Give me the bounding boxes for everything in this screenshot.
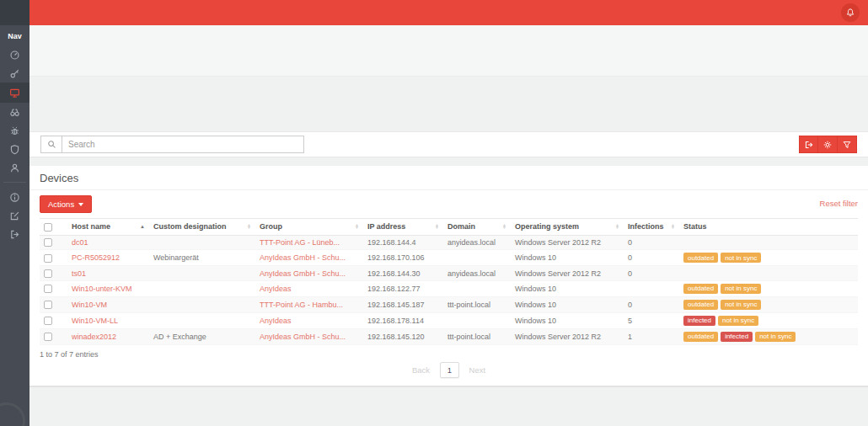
status-cell: outdatednot in sync	[679, 296, 858, 312]
group-link[interactable]: AnyIdeas	[260, 317, 292, 325]
group-link[interactable]: AnyIdeas GmbH - Schu...	[260, 269, 346, 278]
search-toolbar	[29, 131, 868, 157]
status-badge: not in sync	[721, 253, 761, 263]
pagination-next-button[interactable]: Next	[469, 365, 486, 375]
operating-system-cell: Windows 10	[511, 280, 624, 296]
sort-icon: ▲▼	[671, 224, 675, 230]
sidebar-item-dashboard[interactable]	[0, 45, 29, 64]
infections-cell: 5	[624, 312, 679, 328]
infections-cell: 0	[624, 266, 679, 281]
operating-system-cell: Windows 10	[511, 296, 624, 312]
status-badge: infected	[721, 332, 753, 342]
ip-address-cell: 192.168.122.77	[363, 280, 443, 296]
status-badge: outdated	[683, 332, 718, 342]
table-row: Win10-VMTTT-Point AG - Hambu...192.168.1…	[40, 296, 858, 312]
row-checkbox[interactable]	[44, 285, 52, 293]
operating-system-cell: Windows 10	[511, 312, 624, 328]
column-header-infections[interactable]: Infections▲▼	[624, 219, 679, 236]
export-button[interactable]	[799, 136, 818, 153]
sidebar-item-info[interactable]	[0, 188, 29, 206]
infections-cell: 0	[624, 296, 679, 312]
sidebar-item-users[interactable]	[0, 158, 29, 177]
table-row: dc01TTT-Point AG - Lüneb...192.168.144.4…	[40, 235, 858, 250]
sidebar-item-edit[interactable]	[0, 206, 29, 225]
edit-icon	[9, 210, 20, 221]
sidebar-item-scans[interactable]	[0, 103, 29, 121]
gauge-icon	[9, 50, 20, 61]
table-row: ts01AnyIdeas GmbH - Schu...192.168.144.3…	[40, 266, 858, 281]
row-checkbox[interactable]	[44, 238, 52, 247]
status-cell: outdatedinfectednot in sync	[679, 328, 858, 344]
group-link[interactable]: AnyIdeas GmbH - Schu...	[260, 333, 346, 341]
column-header-operating-system[interactable]: Operating system▲▼	[511, 219, 624, 236]
sidebar-item-administration[interactable]	[0, 64, 29, 83]
status-badge: infected	[683, 316, 715, 326]
select-all-checkbox[interactable]	[44, 223, 52, 232]
custom-designation-cell: AD + Exchange	[149, 328, 255, 344]
ip-address-cell: 192.168.145.120	[363, 328, 443, 344]
filter-button[interactable]	[838, 136, 857, 153]
table-header-row: Host name▲Custom designation▲▼Group▲▼IP …	[40, 219, 858, 236]
sort-icon: ▲▼	[502, 224, 506, 230]
table-row: Win10-unter-KVMAnyIdeas192.168.122.77Win…	[40, 280, 858, 296]
binoculars-icon	[9, 107, 20, 118]
monitor-icon	[9, 88, 20, 99]
sort-asc-icon: ▲	[140, 224, 145, 229]
sidebar-item-devices[interactable]	[0, 83, 29, 103]
reset-filter-link[interactable]: Reset filter	[820, 199, 858, 208]
host-name-link[interactable]: dc01	[72, 238, 88, 247]
page-title: Devices	[29, 166, 868, 190]
settings-button[interactable]	[818, 136, 838, 153]
row-checkbox[interactable]	[44, 317, 52, 325]
search-input[interactable]	[62, 136, 304, 153]
sidebar-item-logout[interactable]	[0, 225, 29, 243]
key-icon	[9, 68, 20, 79]
column-header-host-name[interactable]: Host name▲	[67, 219, 149, 236]
column-header-ip-address[interactable]: IP address▲▼	[363, 219, 443, 236]
sort-icon: ▲▼	[355, 224, 359, 230]
pagination-page-1[interactable]: 1	[440, 362, 459, 378]
group-link[interactable]: TTT-Point AG - Hambu...	[260, 301, 343, 309]
row-checkbox[interactable]	[44, 269, 52, 278]
chevron-down-icon	[78, 203, 83, 206]
sidebar: Nav	[0, 0, 29, 426]
table-row: winadex2012AD + ExchangeAnyIdeas GmbH - …	[40, 328, 858, 344]
domain-cell: ttt-point.local	[443, 296, 511, 312]
ip-address-cell: 192.168.144.30	[363, 266, 443, 281]
host-name-link[interactable]: Win10-VM-LL	[72, 317, 118, 325]
sort-icon: ▲▼	[247, 224, 251, 230]
devices-table-wrap: Host name▲Custom designation▲▼Group▲▼IP …	[29, 218, 868, 345]
host-name-link[interactable]: Win10-unter-KVM	[72, 285, 132, 293]
infections-cell: 0	[624, 235, 679, 250]
shield-icon	[9, 144, 20, 155]
column-header-domain[interactable]: Domain▲▼	[443, 219, 511, 236]
domain-cell	[443, 250, 511, 266]
infections-cell	[624, 280, 679, 296]
column-header-custom-designation[interactable]: Custom designation▲▼	[149, 219, 255, 236]
devices-panel: Devices Actions Reset filter Host name▲C…	[29, 166, 868, 387]
table-row: PC-R5052912WebinargerätAnyIdeas GmbH - S…	[40, 250, 858, 266]
search-addon	[40, 136, 62, 153]
operating-system-cell: Windows Server 2012 R2	[511, 235, 624, 250]
column-header-group[interactable]: Group▲▼	[255, 219, 363, 236]
infections-cell: 1	[624, 328, 679, 344]
ip-address-cell: 192.168.144.4	[363, 235, 443, 250]
notifications-button[interactable]	[841, 3, 860, 22]
host-name-link[interactable]: Win10-VM	[72, 301, 107, 309]
host-name-link[interactable]: ts01	[72, 269, 86, 278]
actions-dropdown-button[interactable]: Actions	[40, 195, 92, 213]
host-name-link[interactable]: winadex2012	[72, 333, 116, 341]
group-link[interactable]: AnyIdeas	[260, 285, 292, 293]
sidebar-item-protection[interactable]	[0, 140, 29, 158]
row-checkbox[interactable]	[44, 301, 52, 309]
funnel-icon	[842, 140, 852, 150]
row-checkbox[interactable]	[44, 333, 52, 341]
bug-icon	[9, 125, 20, 136]
ip-address-cell: 192.168.145.187	[363, 296, 443, 312]
pagination-back-button[interactable]: Back	[412, 365, 430, 375]
sidebar-item-threats[interactable]	[0, 121, 29, 140]
row-checkbox[interactable]	[44, 254, 52, 263]
host-name-link[interactable]: PC-R5052912	[72, 253, 120, 262]
group-link[interactable]: TTT-Point AG - Lüneb...	[260, 238, 340, 247]
group-link[interactable]: AnyIdeas GmbH - Schu...	[260, 253, 346, 262]
